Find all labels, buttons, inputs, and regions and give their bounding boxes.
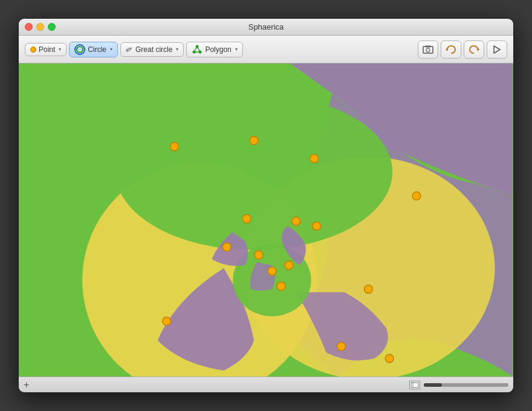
redo-icon xyxy=(469,45,479,54)
control-point[interactable] xyxy=(250,137,258,145)
circle-label: Circle xyxy=(88,45,106,54)
add-button[interactable]: + xyxy=(24,380,29,390)
svg-marker-10 xyxy=(478,48,479,51)
control-point[interactable] xyxy=(170,142,179,150)
point-dropdown-arrow[interactable]: ▾ xyxy=(59,47,61,52)
toolbar: Point ▾ Circle ▾ ✏ Great circle ▾ P xyxy=(19,36,513,63)
screenshot-button[interactable] xyxy=(418,40,438,59)
greatcircle-label: Great circle xyxy=(135,45,172,54)
control-point[interactable] xyxy=(313,222,321,230)
control-point[interactable] xyxy=(268,267,276,276)
statusbar: + xyxy=(19,377,513,392)
screenshot-icon xyxy=(423,45,433,54)
zoom-slider-fill xyxy=(424,383,442,387)
control-point[interactable] xyxy=(163,317,171,325)
point-label: Point xyxy=(39,45,55,54)
polygon-icon xyxy=(192,44,203,55)
svg-point-15 xyxy=(115,94,392,250)
control-point[interactable] xyxy=(277,282,285,291)
control-point[interactable] xyxy=(255,251,263,259)
polygon-tool-button[interactable]: Polygon ▾ xyxy=(186,42,242,57)
main-window: Sphaerica Point ▾ Circle ▾ ✏ Great circl… xyxy=(18,18,514,393)
zoom-slider[interactable] xyxy=(424,383,508,387)
circle-dropdown-arrow[interactable]: ▾ xyxy=(110,47,112,52)
undo-button[interactable] xyxy=(441,40,461,59)
play-button[interactable] xyxy=(487,40,507,59)
svg-line-3 xyxy=(194,47,197,52)
control-point[interactable] xyxy=(310,154,319,163)
svg-point-8 xyxy=(426,48,430,52)
traffic-lights xyxy=(25,23,56,31)
control-point[interactable] xyxy=(337,342,346,351)
titlebar: Sphaerica xyxy=(19,19,513,36)
point-tool-button[interactable]: Point ▾ xyxy=(25,43,66,56)
play-icon xyxy=(493,45,501,54)
control-point[interactable] xyxy=(412,192,421,200)
circle-icon xyxy=(74,44,85,55)
svg-marker-9 xyxy=(446,48,447,51)
status-right xyxy=(409,381,508,389)
maximize-button[interactable] xyxy=(48,23,56,31)
control-point[interactable] xyxy=(242,215,251,223)
polygon-label: Polygon xyxy=(205,45,231,54)
control-point[interactable] xyxy=(222,243,231,251)
polygon-dropdown-arrow[interactable]: ▾ xyxy=(235,47,238,52)
window-title: Sphaerica xyxy=(248,22,284,31)
control-point[interactable] xyxy=(364,285,372,294)
close-button[interactable] xyxy=(25,23,33,31)
redo-button[interactable] xyxy=(464,40,484,59)
svg-marker-11 xyxy=(494,46,500,53)
canvas-area[interactable] xyxy=(19,63,513,377)
control-point[interactable] xyxy=(292,217,300,225)
status-icon xyxy=(409,381,420,389)
undo-icon xyxy=(446,45,456,54)
point-icon xyxy=(30,47,36,53)
main-canvas[interactable] xyxy=(19,63,513,377)
control-point[interactable] xyxy=(385,354,394,363)
circle-tool-button[interactable]: Circle ▾ xyxy=(69,42,118,57)
control-point[interactable] xyxy=(285,261,293,270)
greatcircle-tool-button[interactable]: ✏ Great circle ▾ xyxy=(120,42,184,57)
svg-rect-17 xyxy=(411,383,418,387)
greatcircle-icon: ✏ xyxy=(124,44,135,56)
svg-line-5 xyxy=(197,47,200,52)
greatcircle-dropdown-arrow[interactable]: ▾ xyxy=(176,47,178,52)
minimize-button[interactable] xyxy=(36,23,44,31)
